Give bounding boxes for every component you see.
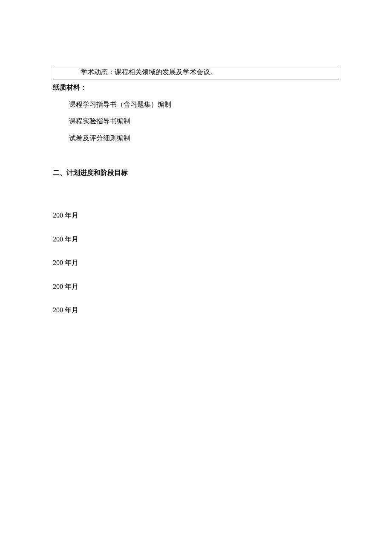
academic-trends-text: 学术动态：课程相关领域的发展及学术会议。: [81, 68, 217, 76]
section-2-title: 二、计划进度和阶段目标: [53, 167, 339, 178]
list-item: 课程实验指导书编制: [69, 116, 339, 127]
date-item: 200 年月: [53, 210, 339, 221]
materials-list: 课程学习指导书（含习题集）编制 课程实验指导书编制 试卷及评分细则编制: [53, 99, 339, 144]
date-item: 200 年月: [53, 234, 339, 245]
list-item: 课程学习指导书（含习题集）编制: [69, 99, 339, 110]
date-list: 200 年月 200 年月 200 年月 200 年月 200 年月: [53, 210, 339, 316]
date-item: 200 年月: [53, 305, 339, 316]
date-item: 200 年月: [53, 281, 339, 292]
date-item: 200 年月: [53, 257, 339, 268]
academic-trends-box: 学术动态：课程相关领域的发展及学术会议。: [53, 65, 339, 79]
materials-header: 纸质材料：: [53, 82, 339, 93]
page-content: 学术动态：课程相关领域的发展及学术会议。 纸质材料： 课程学习指导书（含习题集）…: [0, 0, 392, 316]
list-item: 试卷及评分细则编制: [69, 133, 339, 144]
